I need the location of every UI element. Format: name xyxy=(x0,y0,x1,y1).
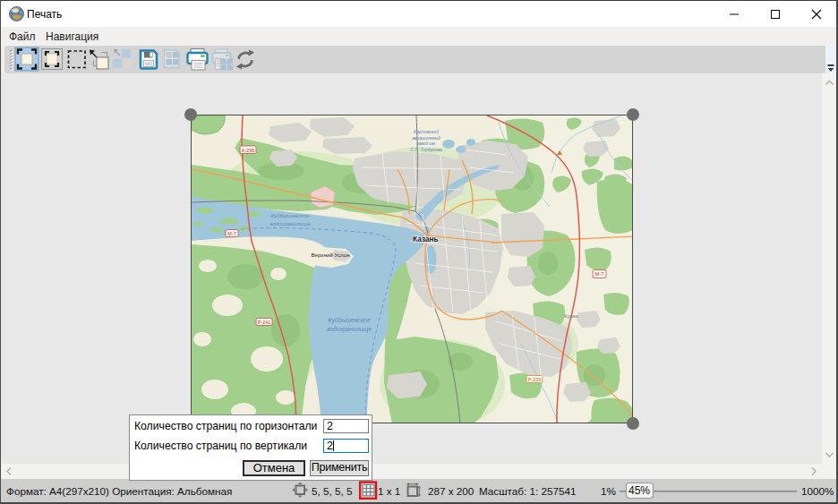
svg-text:Верхний Услон: Верхний Услон xyxy=(311,252,349,258)
svg-text:завод им.: завод им. xyxy=(415,141,436,146)
svg-text:А-295: А-295 xyxy=(242,148,254,153)
svg-text:М-7: М-7 xyxy=(595,271,603,277)
svg-text:Крутовский: Крутовский xyxy=(414,129,439,134)
svg-text:Р-239: Р-239 xyxy=(528,377,541,382)
svg-text:Р-241: Р-241 xyxy=(258,320,270,325)
svg-text:авиационный: авиационный xyxy=(412,135,440,141)
svg-text:водохранилище: водохранилище xyxy=(269,220,311,226)
svg-text:Куйбышевское: Куйбышевское xyxy=(271,212,310,218)
svg-text:водохранилище: водохранилище xyxy=(327,326,372,333)
svg-text:45%: 45% xyxy=(628,484,650,497)
svg-text:Куюки: Куюки xyxy=(564,313,578,319)
svg-text:Куйбышевское: Куйбышевское xyxy=(329,317,371,324)
svg-text:Казань: Казань xyxy=(413,235,439,243)
svg-text:С.П. Горбунова: С.П. Горбунова xyxy=(410,147,442,152)
svg-text:М-7: М-7 xyxy=(227,231,235,236)
